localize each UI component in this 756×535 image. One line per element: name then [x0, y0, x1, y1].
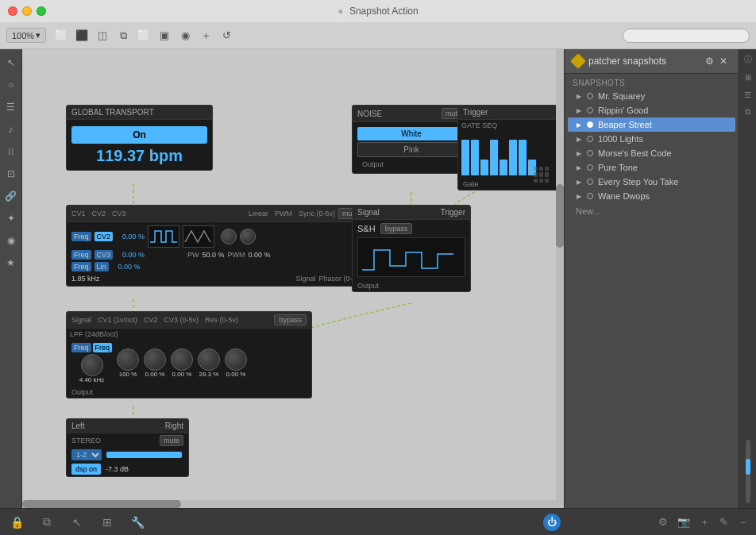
stereo-channel-select[interactable]: 1-2 — [71, 449, 102, 460]
snapshots-settings-button[interactable]: ⚙ — [702, 54, 716, 68]
lpf-header: Signal CV1 (1v/oct) CV2 CV3 (0-5v) Res (… — [67, 312, 311, 329]
toolbar-icon-1[interactable]: ⬜ — [52, 27, 70, 44]
toolbar-icon-3[interactable]: ◫ — [94, 27, 111, 44]
lpf-res-knob[interactable] — [198, 348, 220, 371]
osc-pwm-knob[interactable] — [240, 229, 256, 244]
toolbar-icon-8[interactable]: ＋ — [197, 27, 214, 44]
sidebar-icon-image[interactable]: ⊡ — [2, 165, 20, 183]
lock-icon[interactable]: 🔒 — [8, 514, 25, 531]
lpf-freq-buttons: Freq Freq — [71, 343, 112, 352]
lpf-freq-knob[interactable] — [81, 354, 103, 376]
lpf-freq-button[interactable]: Freq — [71, 343, 91, 352]
re-icon-info[interactable]: ⓘ — [741, 52, 755, 67]
osc-pw-knob[interactable] — [221, 229, 237, 244]
sidebar-icon-dots[interactable]: ⁞⁞ — [2, 143, 20, 160]
snapshot-item-mr-squarey[interactable]: ▶ Mr. Squarey — [568, 89, 735, 103]
sidebar-icon-circle2[interactable]: ◉ — [2, 232, 20, 249]
lpf-res-val: 28.3 % — [199, 371, 219, 378]
copy-icon[interactable]: ⧉ — [38, 514, 56, 531]
sidebar-icon-cursor[interactable]: ↖ — [2, 54, 20, 71]
sidebar-icon-puzzle[interactable]: ✦ — [2, 210, 20, 227]
noise-white-button[interactable]: White — [357, 127, 465, 140]
sh-bypass-button[interactable]: bypass — [380, 223, 413, 234]
toolbar-icon-4[interactable]: ⧉ — [114, 27, 132, 44]
toolbar-icon-9[interactable]: ↺ — [218, 27, 235, 44]
snapshot-item-rippin-good[interactable]: ▶ Rippin' Good — [568, 103, 735, 117]
snapshot-item-pure-tone[interactable]: ▶ Pure Tone — [568, 160, 735, 175]
noise-label: NOISE — [357, 110, 382, 118]
sh-label: S&H — [357, 224, 376, 233]
grid-icon[interactable]: ⊞ — [98, 514, 116, 531]
snapshot-item-wane-dwops[interactable]: ▶ Wane Dwops — [568, 189, 735, 203]
search-input[interactable] — [623, 29, 750, 43]
add-icon[interactable]: ＋ — [700, 515, 710, 529]
camera-icon[interactable]: 📷 — [677, 516, 690, 528]
pointer-icon[interactable]: ↖ — [68, 514, 86, 531]
osc-freq-button-2[interactable]: Freq — [71, 250, 91, 260]
scrollbar-thumb-v[interactable] — [556, 184, 564, 248]
sidebar-icon-note[interactable]: ♪ — [2, 121, 20, 138]
right-vscroll[interactable] — [746, 440, 750, 503]
re-icon-columns2[interactable]: ⧉ — [741, 105, 755, 119]
stereo-mute-button[interactable]: mute — [160, 435, 183, 446]
lpf-freq-active-button[interactable]: Freq — [93, 343, 113, 352]
osc-cv3-button[interactable]: CV3 — [94, 250, 114, 260]
lpf-body: Freq Freq 4.40 kHz 100 % 0.00 % 0.00 % — [67, 340, 311, 387]
window-controls[interactable] — [8, 6, 46, 16]
gate-header: Trigger — [458, 106, 564, 120]
snapshot-item-1000-lights[interactable]: ▶ 1000 Lights — [568, 132, 735, 146]
osc-lin-button[interactable]: Lin — [94, 262, 109, 271]
diamond-icon — [570, 53, 586, 69]
sidebar-icon-link[interactable]: 🔗 — [2, 187, 20, 205]
lpf-cv-knob[interactable] — [225, 348, 247, 371]
snapshot-name: 1000 Lights — [598, 134, 643, 144]
edit-icon[interactable]: ✎ — [719, 516, 728, 528]
osc-freq-button-3[interactable]: Freq — [71, 262, 91, 271]
sidebar-icon-list[interactable]: ☰ — [2, 98, 20, 116]
osc-pwm-label: PWM — [228, 251, 245, 259]
minus-icon[interactable]: － — [738, 515, 748, 529]
transport-label: GLOBAL TRANSPORT — [71, 108, 154, 117]
re-icon-columns[interactable]: ⊞ — [741, 70, 755, 84]
noise-pink-button[interactable]: Pink — [357, 142, 465, 157]
lpf-label: LPF (24dB/oct) — [67, 329, 311, 340]
toolbar-icon-6[interactable]: ▣ — [156, 27, 173, 44]
new-snapshot-button[interactable]: New... — [568, 203, 735, 219]
toolbar-icon-7[interactable]: ◉ — [176, 27, 194, 44]
snapshot-item-every-step[interactable]: ▶ Every Step You Take — [568, 175, 735, 189]
zoom-control[interactable]: 100% ▾ — [6, 28, 46, 43]
osc-freq-button[interactable]: Freq — [71, 232, 91, 241]
wrench-icon[interactable]: 🔧 — [129, 514, 146, 531]
play-icon: ▶ — [574, 163, 584, 172]
scrollbar-thumb-h[interactable] — [22, 500, 181, 508]
lpf-cv1-knob[interactable] — [117, 348, 139, 371]
snapshots-close-button[interactable]: ✕ — [716, 54, 731, 68]
sidebar-icon-star[interactable]: ★ — [2, 254, 20, 271]
snapshot-item-morses-best-code[interactable]: ▶ Morse's Best Code — [568, 146, 735, 160]
osc-cv2-button[interactable]: CV2 — [94, 232, 114, 241]
stereo-dsp-button[interactable]: dsp on — [71, 464, 101, 475]
stereo-label-row: STEREO mute — [67, 433, 188, 448]
vertical-scrollbar[interactable] — [556, 49, 564, 500]
sh-header: Signal Trigger — [353, 206, 470, 220]
transport-on-button[interactable]: On — [71, 126, 207, 144]
osc-cv1: CV1 — [71, 210, 86, 217]
power-button[interactable]: ⏻ — [543, 514, 561, 531]
horizontal-scrollbar[interactable] — [22, 500, 564, 508]
sidebar-icon-circle[interactable]: ○ — [2, 76, 20, 94]
snapshot-item-beaper-street[interactable]: ▶ Beaper Street — [568, 117, 735, 132]
re-icon-list[interactable]: ☰ — [741, 87, 755, 102]
osc-body: Freq CV2 0.00 % Freq CV3 0.00 % — [67, 222, 367, 286]
toolbar-icon-5[interactable]: ⬜ — [135, 27, 152, 44]
transport-module: GLOBAL TRANSPORT On 119.37 bpm — [66, 105, 213, 171]
lpf-cv3-knob[interactable] — [171, 348, 193, 371]
settings-icon[interactable]: ⚙ — [658, 516, 668, 528]
osc-pwm: PWM — [275, 210, 292, 217]
lpf-cv2-knob[interactable] — [144, 348, 166, 371]
right-vscroll-thumb[interactable] — [746, 459, 750, 475]
lpf-bypass-button[interactable]: bypass — [274, 314, 307, 325]
minimize-button[interactable] — [22, 6, 32, 16]
maximize-button[interactable] — [37, 6, 46, 16]
toolbar-icon-2[interactable]: ⬛ — [73, 27, 91, 44]
close-button[interactable] — [8, 6, 17, 16]
